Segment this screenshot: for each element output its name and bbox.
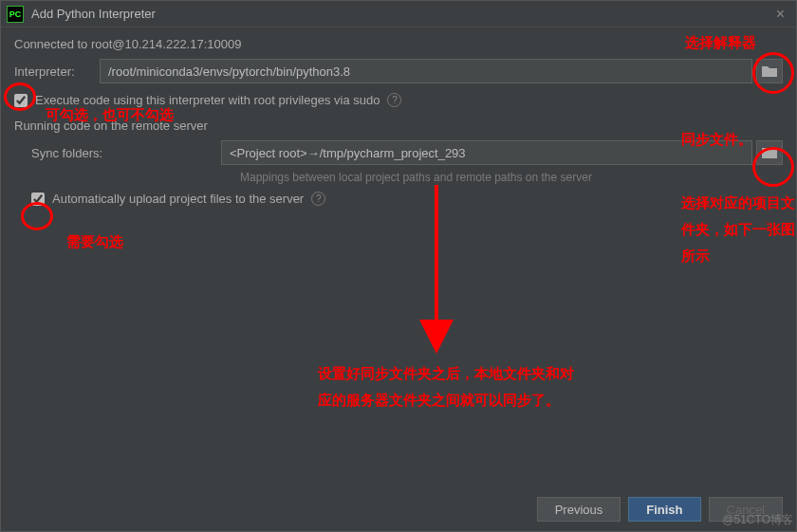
dialog-footer: Previous Finish Cancel <box>537 497 783 522</box>
help-icon[interactable]: ? <box>311 192 325 206</box>
interpreter-label: Interpreter: <box>14 64 100 79</box>
dialog-content: Connected to root@10.214.222.17:10009 In… <box>1 28 796 206</box>
pycharm-icon: PC <box>7 6 24 23</box>
sync-hint: Mappings between local project paths and… <box>240 171 783 184</box>
interpreter-row: Interpreter: <box>14 59 783 83</box>
sync-folders-input[interactable] <box>221 140 752 165</box>
sudo-checkbox[interactable] <box>14 94 28 107</box>
interpreter-browse-button[interactable] <box>756 59 783 83</box>
remote-section-header: Running code on the remote server <box>14 119 783 133</box>
sudo-checkbox-row: Execute code using this interpreter with… <box>14 93 783 107</box>
sync-row: Sync folders: <box>14 140 783 165</box>
folder-icon <box>762 65 777 77</box>
cancel-button[interactable]: Cancel <box>709 497 783 522</box>
add-interpreter-dialog: PC Add Python Interpreter × Connected to… <box>0 0 797 532</box>
auto-upload-checkbox[interactable] <box>31 193 45 206</box>
dialog-title: Add Python Interpreter <box>31 7 770 21</box>
sudo-checkbox-label: Execute code using this interpreter with… <box>35 93 380 107</box>
interpreter-path-input[interactable] <box>100 59 752 83</box>
previous-button[interactable]: Previous <box>537 497 621 522</box>
sync-browse-button[interactable] <box>756 140 783 165</box>
finish-button[interactable]: Finish <box>628 497 700 522</box>
folder-icon <box>762 147 777 158</box>
auto-upload-row: Automatically upload project files to th… <box>31 192 783 206</box>
titlebar: PC Add Python Interpreter × <box>1 1 796 28</box>
sync-label: Sync folders: <box>31 146 221 160</box>
close-icon[interactable]: × <box>770 6 790 23</box>
auto-upload-label: Automatically upload project files to th… <box>52 192 304 206</box>
connected-status: Connected to root@10.214.222.17:10009 <box>14 37 783 51</box>
help-icon[interactable]: ? <box>387 93 401 107</box>
